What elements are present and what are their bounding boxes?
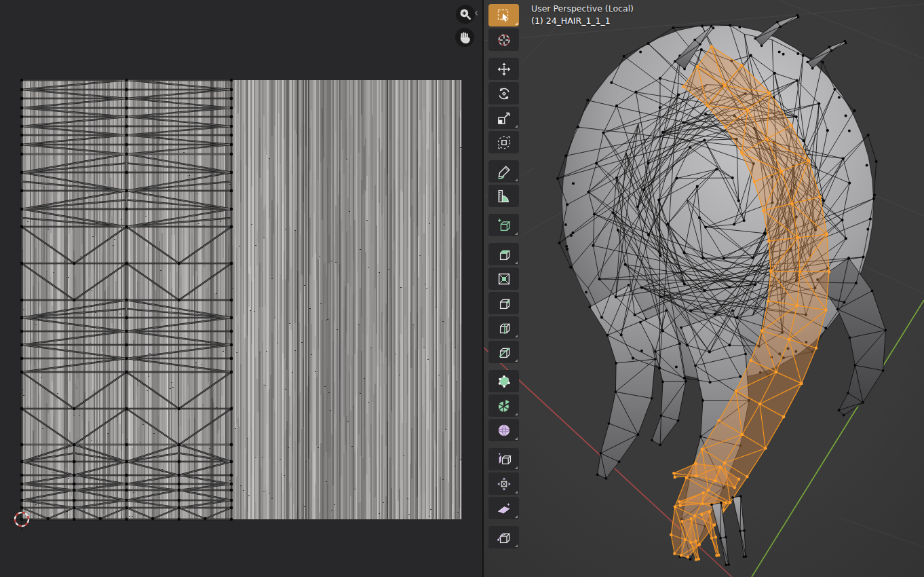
tool-knife-button[interactable] — [488, 341, 519, 363]
submenu-corner-indicator — [515, 515, 518, 518]
submenu-corner-indicator — [515, 335, 518, 337]
tool-edge-slide-button[interactable] — [488, 448, 519, 470]
edit-tools-toolbar — [488, 4, 519, 555]
uv-pan-button[interactable] — [455, 28, 474, 47]
tool-scale-button[interactable] — [488, 107, 519, 129]
edge-slide-icon — [496, 451, 512, 468]
tool-annotate-button[interactable] — [488, 160, 519, 183]
submenu-corner-indicator — [515, 125, 518, 128]
tool-loop-cut-button[interactable] — [488, 316, 519, 339]
knife-icon — [496, 344, 512, 360]
tool-poly-build-button[interactable] — [488, 370, 519, 392]
rip-region-icon — [496, 529, 512, 546]
tool-group — [488, 448, 519, 519]
tool-shrink-fatten-button[interactable] — [488, 472, 519, 495]
spin-icon — [496, 398, 512, 414]
tool-measure-button[interactable] — [488, 185, 519, 207]
viewport-canvas[interactable] — [484, 0, 924, 577]
tool-rip-region-button[interactable] — [488, 526, 519, 548]
viewport-vignette — [484, 0, 924, 577]
extrude-region-icon — [496, 246, 512, 263]
tool-group — [488, 243, 519, 363]
transform-icon — [496, 134, 512, 151]
submenu-corner-indicator — [515, 413, 518, 415]
move-icon — [496, 61, 512, 77]
submenu-corner-indicator — [515, 544, 518, 547]
tool-inset-faces-button[interactable] — [488, 267, 519, 290]
scale-icon — [496, 110, 512, 126]
tool-group — [488, 160, 519, 207]
submenu-corner-indicator — [515, 22, 518, 25]
smooth-icon — [496, 422, 512, 439]
submenu-corner-indicator — [515, 232, 518, 235]
tool-add-cube-button[interactable] — [488, 214, 519, 236]
tool-bevel-button[interactable] — [488, 292, 519, 314]
uv-zoom-button[interactable] — [456, 5, 475, 24]
poly-build-icon — [496, 373, 512, 390]
uv-canvas[interactable] — [0, 0, 482, 577]
tool-smooth-button[interactable] — [488, 419, 519, 441]
measure-icon — [496, 188, 512, 204]
tool-transform-button[interactable] — [488, 131, 519, 153]
cursor-icon — [496, 32, 512, 48]
loop-cut-icon — [496, 320, 512, 336]
submenu-corner-indicator — [515, 359, 518, 362]
tool-rotate-button[interactable] — [488, 82, 519, 105]
inset-faces-icon — [496, 271, 512, 287]
hand-icon — [456, 29, 474, 46]
submenu-corner-indicator — [515, 179, 518, 181]
tool-move-button[interactable] — [488, 58, 519, 80]
tool-group — [488, 214, 519, 236]
tool-group — [488, 526, 519, 548]
select-box-icon — [496, 7, 512, 24]
add-cube-icon — [496, 217, 512, 234]
viewport-3d-pane[interactable]: User Perspective (Local) (1) 24_HAIR_1_1… — [484, 0, 924, 577]
shear-icon — [496, 500, 512, 517]
tool-group — [488, 4, 519, 51]
tool-select-box-button[interactable] — [488, 4, 519, 26]
magnifier-plus-icon — [457, 5, 474, 23]
rotate-icon — [496, 86, 512, 102]
blender-window: ‹ User Perspective (Local) (1) 24_HAIR_1… — [0, 0, 924, 577]
bevel-icon — [496, 295, 512, 312]
tool-spin-button[interactable] — [488, 394, 519, 417]
shrink-fatten-icon — [496, 476, 512, 492]
submenu-corner-indicator — [515, 491, 518, 494]
tool-cursor-button[interactable] — [488, 29, 519, 51]
annotate-icon — [496, 164, 512, 180]
tool-extrude-region-button[interactable] — [488, 243, 519, 265]
tool-shear-button[interactable] — [488, 497, 519, 519]
submenu-corner-indicator — [515, 261, 518, 264]
submenu-corner-indicator — [515, 437, 518, 440]
uv-editor-pane[interactable]: ‹ — [0, 0, 482, 577]
gizmo-collapse-arrow[interactable]: ‹ — [474, 8, 478, 18]
submenu-corner-indicator — [515, 466, 518, 469]
tool-group — [488, 370, 519, 441]
tool-group — [488, 58, 519, 153]
